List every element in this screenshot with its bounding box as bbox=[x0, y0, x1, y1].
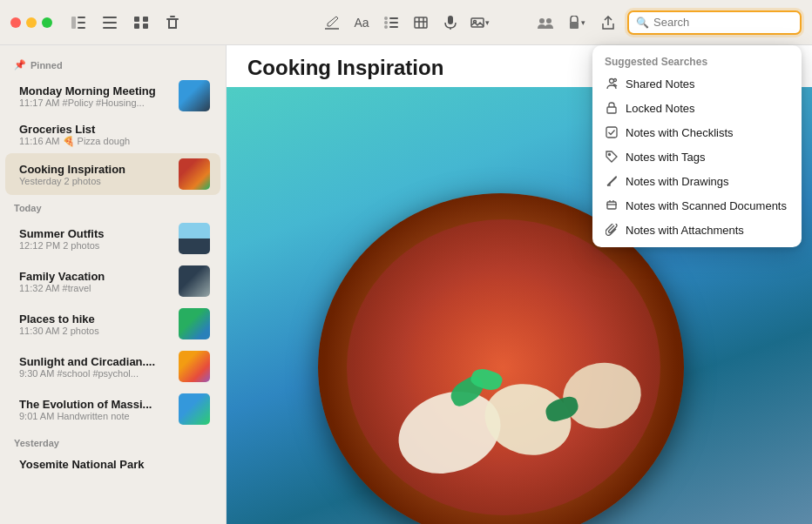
note-title: Family Vacation bbox=[19, 270, 172, 283]
svg-rect-0 bbox=[71, 17, 76, 29]
list-item[interactable]: Groceries List 11:16 AM 🍕 Pizza dough bbox=[5, 118, 220, 152]
list-item[interactable]: Summer Outfits 12:12 PM 2 photos bbox=[5, 218, 220, 259]
list-item[interactable]: Cooking Inspiration Yesterday 2 photos bbox=[5, 153, 220, 195]
sidebar-toggle-button[interactable] bbox=[66, 10, 91, 35]
note-title: Summer Outfits bbox=[19, 227, 172, 240]
dropdown-item-locked-notes[interactable]: Locked Notes bbox=[592, 96, 802, 120]
svg-rect-12 bbox=[170, 16, 175, 17]
font-button[interactable]: Aa bbox=[349, 10, 374, 35]
scan-icon bbox=[605, 198, 619, 212]
svg-rect-15 bbox=[168, 27, 177, 29]
svg-rect-8 bbox=[143, 17, 148, 22]
search-input[interactable] bbox=[653, 16, 793, 29]
delete-button[interactable] bbox=[160, 10, 185, 35]
yesterday-section-label: Yesterday bbox=[0, 431, 226, 452]
svg-point-33 bbox=[610, 79, 614, 84]
note-text: Yosemite National Park bbox=[19, 458, 210, 471]
list-item[interactable]: Monday Morning Meeting 11:17 AM #Policy … bbox=[5, 75, 220, 117]
attachment-icon bbox=[605, 223, 619, 237]
note-title: Cooking Inspiration bbox=[19, 163, 172, 176]
note-title: Groceries List bbox=[19, 123, 210, 136]
note-thumbnail bbox=[179, 393, 210, 425]
tag-icon bbox=[605, 150, 619, 164]
svg-rect-38 bbox=[607, 202, 616, 209]
svg-point-34 bbox=[614, 79, 617, 82]
list-item[interactable]: Places to hike 11:30 AM 2 photos bbox=[5, 303, 220, 345]
dropdown-item-notes-attachments[interactable]: Notes with Attachments bbox=[592, 218, 802, 242]
lock-button[interactable]: ▾ bbox=[565, 10, 589, 35]
note-text: The Evolution of Massi... 9:01 AM Handwr… bbox=[19, 398, 172, 421]
drawing-icon bbox=[605, 174, 619, 188]
shared-notes-icon bbox=[605, 77, 619, 91]
svg-rect-19 bbox=[389, 22, 398, 24]
svg-rect-35 bbox=[607, 107, 616, 113]
dropdown-item-label: Notes with Drawings bbox=[626, 175, 729, 188]
note-thumbnail bbox=[179, 351, 210, 382]
lock-icon bbox=[605, 101, 619, 115]
search-icon: 🔍 bbox=[636, 17, 649, 29]
note-meta: 11:17 AM #Policy #Housing... bbox=[19, 97, 172, 108]
note-text: Cooking Inspiration Yesterday 2 photos bbox=[19, 163, 172, 186]
note-text: Places to hike 11:30 AM 2 photos bbox=[19, 312, 172, 336]
note-text: Monday Morning Meeting 11:17 AM #Policy … bbox=[19, 84, 172, 108]
pinned-section-label: 📌 Pinned bbox=[0, 52, 226, 74]
checklist-button[interactable] bbox=[379, 10, 403, 35]
note-meta: 11:30 AM 2 photos bbox=[19, 326, 172, 336]
dropdown-item-label: Notes with Tags bbox=[626, 151, 706, 164]
collaborate-button[interactable] bbox=[533, 10, 558, 35]
svg-point-16 bbox=[384, 17, 388, 20]
list-item[interactable]: Yosemite National Park bbox=[5, 453, 220, 476]
share-button[interactable] bbox=[596, 10, 620, 35]
compose-button[interactable] bbox=[320, 10, 344, 35]
note-text: Groceries List 11:16 AM 🍕 Pizza dough bbox=[19, 123, 210, 147]
dropdown-item-notes-checklists[interactable]: Notes with Checklists bbox=[592, 120, 802, 144]
note-thumbnail bbox=[179, 265, 210, 297]
dropdown-item-label: Locked Notes bbox=[626, 102, 695, 115]
note-thumbnail bbox=[179, 80, 210, 111]
minimize-button[interactable] bbox=[26, 17, 37, 28]
svg-rect-5 bbox=[103, 22, 117, 24]
note-meta: 12:12 PM 2 photos bbox=[19, 240, 172, 251]
list-item[interactable]: Sunlight and Circadian.... 9:30 AM #scho… bbox=[5, 346, 220, 387]
svg-point-30 bbox=[539, 18, 545, 24]
svg-rect-22 bbox=[415, 17, 427, 28]
note-meta: 11:32 AM #travel bbox=[19, 283, 172, 293]
photo-button[interactable]: ▾ bbox=[468, 10, 492, 35]
audio-button[interactable] bbox=[438, 10, 463, 35]
list-item[interactable]: The Evolution of Massi... 9:01 AM Handwr… bbox=[5, 388, 220, 430]
note-thumbnail bbox=[179, 158, 210, 190]
svg-point-18 bbox=[384, 21, 388, 24]
note-text: Family Vacation 11:32 AM #travel bbox=[19, 270, 172, 293]
note-main-title: Cooking Inspiration bbox=[247, 56, 443, 79]
svg-rect-17 bbox=[389, 17, 398, 19]
close-button[interactable] bbox=[10, 17, 21, 28]
svg-rect-36 bbox=[606, 127, 617, 138]
dropdown-item-notes-scanned-docs[interactable]: Notes with Scanned Documents bbox=[592, 193, 802, 218]
dropdown-item-notes-drawings[interactable]: Notes with Drawings bbox=[592, 169, 802, 193]
svg-point-31 bbox=[546, 18, 551, 24]
svg-rect-26 bbox=[448, 16, 453, 24]
note-title: The Evolution of Massi... bbox=[19, 398, 172, 411]
suggested-searches-dropdown: Suggested Searches Shared Notes Locked N… bbox=[592, 45, 802, 247]
svg-point-37 bbox=[609, 154, 611, 156]
list-item[interactable]: Family Vacation 11:32 AM #travel bbox=[5, 260, 220, 302]
checklist-icon bbox=[605, 125, 619, 139]
list-view-button[interactable] bbox=[98, 10, 122, 35]
dropdown-item-label: Notes with Attachments bbox=[626, 224, 744, 237]
table-button[interactable] bbox=[409, 10, 433, 35]
note-meta: 9:01 AM Handwritten note bbox=[19, 411, 172, 421]
svg-rect-7 bbox=[134, 17, 139, 22]
dropdown-item-notes-tags[interactable]: Notes with Tags bbox=[592, 144, 802, 169]
titlebar: Aa bbox=[0, 0, 812, 45]
main-content: 📌 Pinned Monday Morning Meeting 11:17 AM… bbox=[0, 45, 812, 524]
svg-point-20 bbox=[384, 25, 388, 29]
dropdown-item-shared-notes[interactable]: Shared Notes bbox=[592, 71, 802, 96]
note-title: Places to hike bbox=[19, 312, 172, 326]
dropdown-item-label: Notes with Checklists bbox=[626, 126, 734, 139]
search-bar[interactable]: 🔍 bbox=[627, 10, 802, 35]
svg-rect-9 bbox=[134, 24, 139, 29]
note-text: Sunlight and Circadian.... 9:30 AM #scho… bbox=[19, 355, 172, 379]
maximize-button[interactable] bbox=[42, 17, 52, 28]
grid-view-button[interactable] bbox=[129, 10, 153, 35]
note-meta: 9:30 AM #school #psychol... bbox=[19, 368, 172, 379]
